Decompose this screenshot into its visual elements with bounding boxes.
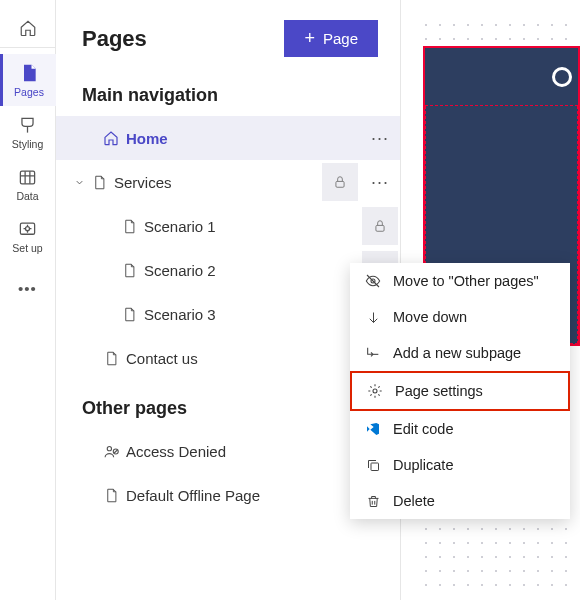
- page-icon: [118, 307, 140, 322]
- ctx-add-subpage[interactable]: Add a new subpage: [350, 335, 570, 371]
- section-other-pages: Other pages: [56, 380, 400, 429]
- tree-item-access-denied[interactable]: Access Denied: [56, 429, 400, 473]
- tree-item-label: Services: [110, 174, 320, 191]
- home-icon: [19, 19, 37, 37]
- page-icon: [118, 219, 140, 234]
- svg-rect-4: [376, 225, 384, 231]
- more-icon: •••: [17, 277, 39, 299]
- tree-item-home[interactable]: Home ···: [56, 116, 400, 160]
- panel-header: Pages + Page: [56, 0, 400, 67]
- table-icon: [17, 166, 39, 188]
- item-menu-button[interactable]: ···: [360, 128, 400, 149]
- loader-icon: [552, 67, 572, 87]
- gear-icon: [366, 383, 384, 399]
- tree-item-services[interactable]: Services ···: [56, 160, 400, 204]
- access-denied-icon: [100, 443, 122, 460]
- context-menu: Move to "Other pages" Move down Add a ne…: [350, 263, 570, 519]
- svg-point-2: [26, 226, 30, 230]
- ctx-edit-code[interactable]: Edit code: [350, 411, 570, 447]
- section-main-nav: Main navigation: [56, 67, 400, 116]
- ctx-label: Add a new subpage: [393, 345, 521, 361]
- arrow-down-icon: [364, 310, 382, 325]
- tree-item-scenario3[interactable]: Scenario 3: [56, 292, 400, 336]
- home-icon: [100, 130, 122, 146]
- svg-rect-0: [20, 171, 34, 184]
- rail-item-more[interactable]: •••: [0, 262, 56, 314]
- setup-icon: [17, 218, 39, 240]
- page-icon: [118, 263, 140, 278]
- rail-home[interactable]: [0, 8, 56, 48]
- subpage-icon: [364, 345, 382, 361]
- ctx-move-down[interactable]: Move down: [350, 299, 570, 335]
- ctx-label: Edit code: [393, 421, 453, 437]
- page-tree: Home ··· Services ··· Scenario 1: [56, 116, 400, 380]
- item-menu-button[interactable]: ···: [360, 172, 400, 193]
- pages-icon: [18, 62, 40, 84]
- duplicate-icon: [364, 458, 382, 473]
- tree-item-label: Scenario 2: [140, 262, 360, 279]
- rail-item-setup[interactable]: Set up: [0, 210, 56, 262]
- canvas-header-strip[interactable]: [425, 48, 578, 106]
- svg-rect-3: [336, 181, 344, 187]
- app-rail: Pages Styling Data Set up •••: [0, 0, 56, 600]
- rail-label: Pages: [14, 86, 44, 98]
- tree-item-label: Scenario 1: [140, 218, 360, 235]
- svg-point-10: [373, 389, 377, 393]
- svg-rect-11: [371, 463, 379, 471]
- page-icon: [100, 488, 122, 503]
- ctx-delete[interactable]: Delete: [350, 483, 570, 519]
- rail-label: Set up: [12, 242, 42, 254]
- chevron-down-icon[interactable]: [70, 177, 88, 188]
- tree-item-label: Home: [122, 130, 360, 147]
- lock-icon[interactable]: [362, 207, 398, 245]
- tree-item-contact[interactable]: Contact us: [56, 336, 400, 380]
- tree-item-offline[interactable]: Default Offline Page: [56, 473, 400, 517]
- panel-title: Pages: [82, 26, 147, 52]
- other-tree: Access Denied Default Offline Page: [56, 429, 400, 517]
- brush-icon: [17, 114, 39, 136]
- rail-item-styling[interactable]: Styling: [0, 106, 56, 158]
- ctx-label: Delete: [393, 493, 435, 509]
- ctx-label: Duplicate: [393, 457, 453, 473]
- tree-item-label: Scenario 3: [140, 306, 360, 323]
- eye-off-icon: [364, 273, 382, 289]
- rail-label: Styling: [12, 138, 44, 150]
- rail-label: Data: [16, 190, 38, 202]
- trash-icon: [364, 494, 382, 509]
- plus-icon: +: [304, 28, 315, 49]
- ctx-move-to-other[interactable]: Move to "Other pages": [350, 263, 570, 299]
- add-page-label: Page: [323, 30, 358, 47]
- ctx-page-settings[interactable]: Page settings: [350, 371, 570, 411]
- page-icon: [100, 351, 122, 366]
- ctx-label: Page settings: [395, 383, 483, 399]
- page-icon: [88, 175, 110, 190]
- ctx-duplicate[interactable]: Duplicate: [350, 447, 570, 483]
- tree-item-scenario1[interactable]: Scenario 1: [56, 204, 400, 248]
- rail-item-pages[interactable]: Pages: [0, 54, 56, 106]
- tree-item-scenario2[interactable]: Scenario 2: [56, 248, 400, 292]
- lock-icon[interactable]: [322, 163, 358, 201]
- ctx-label: Move to "Other pages": [393, 273, 539, 289]
- rail-item-data[interactable]: Data: [0, 158, 56, 210]
- svg-point-7: [107, 446, 111, 450]
- add-page-button[interactable]: + Page: [284, 20, 378, 57]
- ctx-label: Move down: [393, 309, 467, 325]
- vscode-icon: [364, 421, 382, 437]
